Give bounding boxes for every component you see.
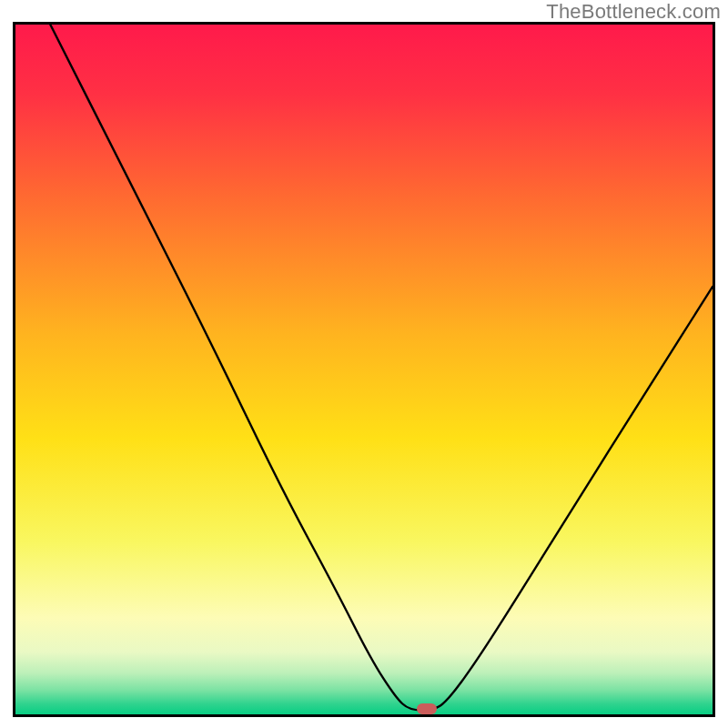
watermark-text: TheBottleneck.com [546, 0, 721, 24]
chart-plot-area [15, 25, 713, 714]
optimal-point-marker [417, 703, 437, 714]
chart-svg [15, 25, 713, 714]
chart-gradient-background [15, 25, 713, 714]
chart-frame [13, 22, 715, 717]
